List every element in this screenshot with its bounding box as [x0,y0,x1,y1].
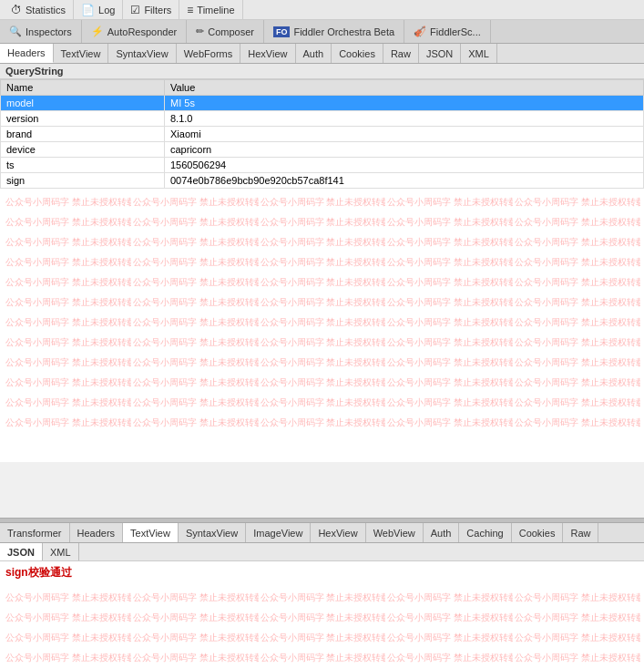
btab-cookies[interactable]: Cookies [512,523,564,542]
watermark-cell: 公众号小周码字 禁止未授权转载 [259,648,386,668]
watermark-cell: 公众号小周码字 禁止未授权转载 [385,628,513,648]
btab-webview[interactable]: WebView [366,523,424,542]
watermark-cell: 公众号小周码字 禁止未授权转载 [259,232,386,252]
watermark-cell: 公众号小周码字 禁止未授权转载 [131,313,259,333]
btab-syntaxview[interactable]: SyntaxView [179,523,246,542]
watermark-cell: 公众号小周码字 禁止未授权转载 [259,393,386,413]
watermark-grid: 公众号小周码字 禁止未授权转载公众号小周码字 禁止未授权转载公众号小周码字 禁止… [0,189,644,437]
fo-icon: FO [273,26,291,37]
watermark-cell: 公众号小周码字 禁止未授权转载 [131,192,259,212]
bsubtab-json[interactable]: JSON [0,543,43,560]
watermark-cell: 公众号小周码字 禁止未授权转载 [513,293,640,313]
btab-raw[interactable]: Raw [563,523,598,542]
btab-caching[interactable]: Caching [459,523,511,542]
table-row[interactable]: sign0074e0b786e9bcb90e920cb57ca8f141 [1,173,644,189]
btab-hexview[interactable]: HexView [311,523,365,542]
toolbar-log[interactable]: 📄 Log [74,0,123,19]
watermark-cell: 公众号小周码字 禁止未授权转载 [4,393,131,413]
watermark-cell: 公众号小周码字 禁止未授权转载 [131,232,259,252]
watermark-cell: 公众号小周码字 禁止未授权转载 [259,588,386,608]
itab-hexview[interactable]: HexView [240,44,295,63]
table-row[interactable]: brandXiaomi [1,127,644,142]
fiddlersc-label: FiddlerSc... [430,26,481,37]
app-tabs-row: 🔍 Inspectors ⚡ AutoResponder ✏ Composer … [0,20,644,44]
watermark-cell: 公众号小周码字 禁止未授权转载 [4,252,131,272]
table-row[interactable]: version8.1.0 [1,111,644,127]
itab-xml[interactable]: XML [461,44,497,63]
table-row[interactable]: devicecapricorn [1,142,644,158]
col-value-header: Value [165,80,644,96]
tab-composer[interactable]: ✏ Composer [187,20,264,43]
statistics-icon: ⏱ [11,4,22,16]
watermark-cell: 公众号小周码字 禁止未授权转载 [131,588,259,608]
tab-fiddlersc[interactable]: 🎻 FiddlerSc... [404,20,491,43]
itab-headers[interactable]: Headers [0,44,54,63]
cell-name: sign [1,173,165,189]
cell-value: 0074e0b786e9bcb90e920cb57ca8f141 [165,173,644,189]
itab-textview[interactable]: TextView [54,44,109,63]
watermark-cell: 公众号小周码字 禁止未授权转载 [259,212,386,232]
inspectors-icon: 🔍 [9,26,22,37]
watermark-cell: 公众号小周码字 禁止未授权转载 [131,272,259,293]
btab-headers[interactable]: Headers [70,523,124,542]
watermark-cell: 公众号小周码字 禁止未授权转载 [513,608,640,628]
watermark-cell: 公众号小周码字 禁止未授权转载 [131,393,259,413]
cell-name: device [1,142,165,158]
autoresponder-icon: ⚡ [91,26,104,37]
watermark-cell: 公众号小周码字 禁止未授权转载 [259,373,386,393]
cell-name: version [1,111,165,127]
col-name-header: Name [1,80,165,96]
watermark-cell: 公众号小周码字 禁止未授权转载 [513,353,640,373]
cell-value: MI 5s [165,96,644,111]
watermark-cell: 公众号小周码字 禁止未授权转载 [385,232,513,252]
watermark-cell: 公众号小周码字 禁止未授权转载 [131,252,259,272]
watermark-cell: 公众号小周码字 禁止未授权转载 [259,608,386,628]
watermark-cell: 公众号小周码字 禁止未授权转载 [385,293,513,313]
cell-name: ts [1,158,165,173]
watermark-cell: 公众号小周码字 禁止未授权转载 [513,393,640,413]
itab-json[interactable]: JSON [419,44,461,63]
bsubtab-xml[interactable]: XML [43,543,79,560]
itab-cookies[interactable]: Cookies [332,44,383,63]
toolbar-filters[interactable]: ☑ Filters [123,0,179,19]
watermark-cell: 公众号小周码字 禁止未授权转载 [131,648,259,668]
itab-auth[interactable]: Auth [296,44,332,63]
tab-inspectors[interactable]: 🔍 Inspectors [0,20,82,43]
toolbar-statistics[interactable]: ⏱ Statistics [4,0,74,19]
section-label: QueryString [0,64,644,79]
bottom-panel: Transformer Headers TextView SyntaxView … [0,523,644,668]
tab-fo[interactable]: FO Fiddler Orchestra Beta [264,20,404,43]
bottom-watermark-area: 公众号小周码字 禁止未授权转载公众号小周码字 禁止未授权转载公众号小周码字 禁止… [0,584,644,668]
watermark-cell: 公众号小周码字 禁止未授权转载 [4,212,131,232]
watermark-cell: 公众号小周码字 禁止未授权转载 [385,252,513,272]
watermark-cell: 公众号小周码字 禁止未授权转载 [385,373,513,393]
watermark-cell: 公众号小周码字 禁止未授权转载 [259,293,386,313]
fiddlersc-icon: 🎻 [414,26,426,37]
watermark-cell: 公众号小周码字 禁止未授权转载 [513,628,640,648]
watermark-cell: 公众号小周码字 禁止未授权转载 [4,648,131,668]
watermark-cell: 公众号小周码字 禁止未授权转载 [259,413,386,433]
cell-value: capricorn [165,142,644,158]
watermark-cell: 公众号小周码字 禁止未授权转载 [385,608,513,628]
btab-transformer[interactable]: Transformer [0,523,70,542]
btab-imageview[interactable]: ImageView [246,523,311,542]
watermark-cell: 公众号小周码字 禁止未授权转载 [131,333,259,353]
timeline-label: Timeline [197,5,234,15]
watermark-cell: 公众号小周码字 禁止未授权转载 [385,413,513,433]
btab-textview[interactable]: TextView [123,523,179,542]
fo-label: Fiddler Orchestra Beta [293,26,394,37]
table-row[interactable]: ts1560506294 [1,158,644,173]
watermark-cell: 公众号小周码字 禁止未授权转载 [385,212,513,232]
itab-raw[interactable]: Raw [383,44,419,63]
composer-label: Composer [208,26,254,37]
watermark-cell: 公众号小周码字 禁止未授权转载 [259,313,386,333]
watermark-cell: 公众号小周码字 禁止未授权转载 [259,353,386,373]
tab-autoresponder[interactable]: ⚡ AutoResponder [82,20,187,43]
table-row[interactable]: modelMI 5s [1,96,644,111]
itab-syntaxview[interactable]: SyntaxView [108,44,176,63]
watermark-cell: 公众号小周码字 禁止未授权转载 [385,272,513,293]
querystring-table-wrapper: Name Value modelMI 5sversion8.1.0brandXi… [0,79,644,518]
btab-auth[interactable]: Auth [424,523,460,542]
itab-webforms[interactable]: WebForms [177,44,241,63]
toolbar-timeline[interactable]: ≡ Timeline [179,0,242,19]
